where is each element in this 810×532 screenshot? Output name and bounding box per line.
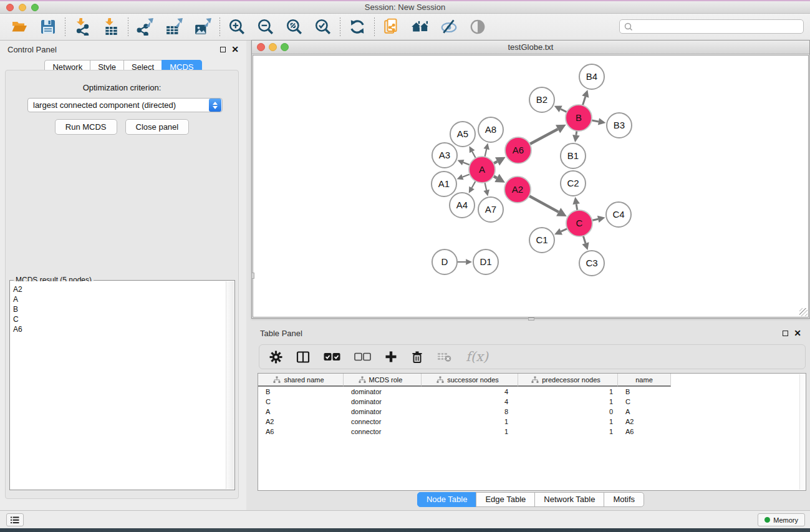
graph-node-A8[interactable]: A8 [478,117,503,142]
graph-node-B2[interactable]: B2 [529,87,554,112]
refresh-icon[interactable] [345,16,369,37]
deselect-all-icon[interactable] [354,352,371,361]
network-graph[interactable]: AA1A2A3A4A5A6A7A8BB1B2B3B4CC1C2C3C4DD1 [253,56,808,317]
graph-node-C[interactable]: C [566,210,592,236]
zoom-fit-icon[interactable] [282,16,306,37]
delete-column-icon[interactable] [411,351,423,364]
gear-icon[interactable] [269,351,282,364]
memory-button[interactable]: Memory [758,513,805,526]
graph-node-A7[interactable]: A7 [478,197,503,222]
network-minimize-button[interactable] [269,43,277,51]
column-header-shared-name[interactable]: shared name [258,374,344,387]
criterion-dropdown[interactable]: largest connected component (directed) [27,98,223,112]
table-row[interactable]: Cdominator41C [258,397,806,407]
cell-name: A [618,408,671,415]
home-network-icon[interactable] [408,16,432,37]
table-row[interactable]: A2connector11A2 [258,417,806,427]
float-panel-icon[interactable] [783,331,788,336]
divider-handle-bottom[interactable] [528,317,534,321]
function-builder-icon[interactable]: f(x) [466,349,488,364]
graph-node-A3[interactable]: A3 [432,143,457,168]
tab-edge-table[interactable]: Edge Table [476,492,535,507]
zoom-out-icon[interactable] [254,16,277,37]
cell-shared_name: B [258,388,344,395]
save-session-icon[interactable] [36,16,60,37]
select-all-icon[interactable] [324,352,340,361]
network-window-title: testGlobe.txt [252,42,809,52]
graph-node-C2[interactable]: C2 [561,171,586,196]
delete-table-icon[interactable] [437,351,452,362]
table-scrollbar[interactable] [799,374,805,490]
graph-node-B4[interactable]: B4 [579,64,604,89]
divider-handle-left[interactable] [251,273,254,279]
cell-mcds_role: connector [344,418,422,425]
search-field[interactable] [619,19,804,34]
table-row[interactable]: A6connector11A6 [258,427,806,437]
cell-successor: 4 [422,398,518,405]
search-input[interactable] [635,21,803,32]
table-panel-title: Table Panel [260,329,302,338]
resize-grip-icon[interactable] [799,308,808,316]
graph-node-C1[interactable]: C1 [529,228,554,253]
mcds-list-scrollbar[interactable] [226,281,234,489]
import-table-icon[interactable] [99,16,123,37]
svg-text:C3: C3 [586,258,597,268]
criterion-dropdown-value: largest connected component (directed) [28,100,209,110]
mcds-result-item[interactable]: B [13,304,226,314]
network-window-titlebar[interactable]: testGlobe.txt [252,41,809,54]
graph-node-A4[interactable]: A4 [450,193,475,218]
close-panel-button[interactable]: Close panel [125,119,190,135]
column-header-MCDS-role[interactable]: MCDS role [344,374,422,387]
import-network-icon[interactable] [70,16,94,37]
mcds-result-item[interactable]: C [13,314,226,324]
graph-node-C3[interactable]: C3 [579,251,604,276]
graph-node-A5[interactable]: A5 [450,122,475,147]
graph-node-D[interactable]: D [432,249,457,274]
float-panel-icon[interactable] [220,47,226,52]
graph-node-A6[interactable]: A6 [505,137,531,163]
dropdown-stepper-icon [209,99,221,112]
task-history-button[interactable] [6,513,24,526]
column-header-predecessor-nodes[interactable]: predecessor nodes [518,374,618,387]
export-network-icon[interactable] [133,16,157,37]
hide-selected-icon[interactable] [437,16,461,37]
close-panel-icon[interactable]: ✕ [794,330,801,336]
session-network-icon[interactable] [380,16,403,37]
graph-node-A1[interactable]: A1 [432,172,456,196]
zoom-in-icon[interactable] [225,16,249,37]
tab-node-table[interactable]: Node Table [417,492,477,507]
export-table-icon[interactable] [162,16,186,37]
run-mcds-button[interactable]: Run MCDS [55,119,117,135]
mcds-result-item[interactable]: A [13,294,226,304]
network-zoom-button[interactable] [281,43,289,51]
tab-network-table[interactable]: Network Table [534,492,604,507]
table-row[interactable]: Bdominator41B [258,387,806,397]
table-row[interactable]: Adominator80A [258,407,806,417]
graph-node-A2[interactable]: A2 [504,177,531,203]
graph-node-A[interactable]: A [469,157,495,183]
graph-node-D1[interactable]: D1 [473,249,498,274]
open-folder-icon[interactable] [7,16,31,37]
zoom-selected-icon[interactable] [311,16,335,37]
add-column-icon[interactable] [385,351,397,363]
network-canvas[interactable]: AA1A2A3A4A5A6A7A8BB1B2B3B4CC1C2C3C4DD1 [253,55,809,317]
graph-node-B3[interactable]: B3 [607,113,632,138]
export-image-icon[interactable] [191,16,215,37]
graph-node-C4[interactable]: C4 [606,202,631,227]
session-title: Session: New Session [0,2,810,12]
tab-motifs[interactable]: Motifs [604,492,644,507]
control-panel: Control Panel ✕ NetworkStyleSelectMCDS O… [0,41,246,510]
show-selected-icon[interactable] [466,16,489,37]
column-header-successor-nodes[interactable]: successor nodes [422,374,518,387]
graph-node-B[interactable]: B [566,105,592,131]
column-header-name[interactable]: name [618,374,671,387]
graph-node-B1[interactable]: B1 [561,143,586,168]
svg-text:C: C [576,218,583,228]
mcds-result-item[interactable]: A6 [13,324,226,334]
mcds-result-item[interactable]: A2 [13,284,226,294]
columns-icon[interactable] [296,351,310,364]
toolbar-separator [374,17,375,36]
cell-predecessor: 0 [518,408,618,415]
network-close-button[interactable] [257,43,265,51]
close-panel-icon[interactable]: ✕ [231,46,239,52]
